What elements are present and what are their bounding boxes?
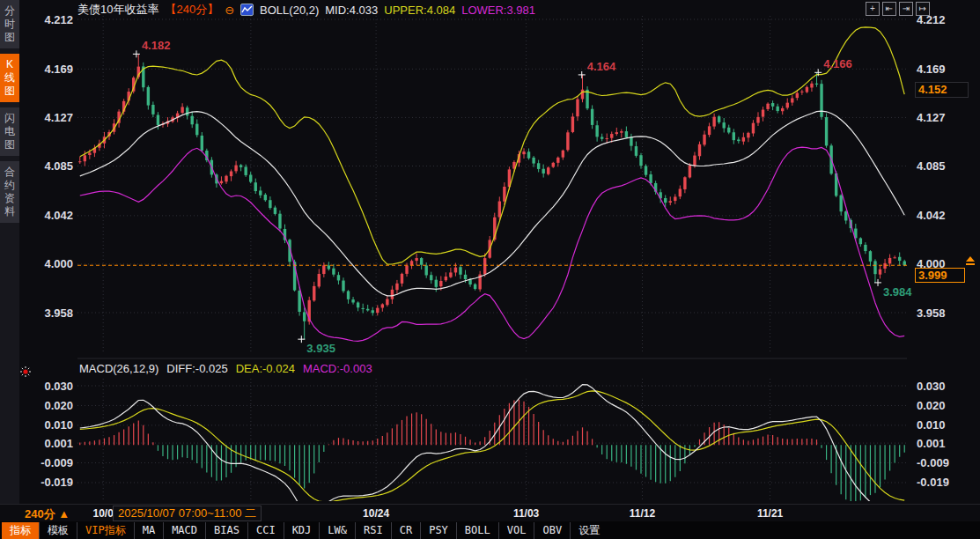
- macd-label: MACD(26,12,9): [79, 362, 158, 375]
- indicator-toolbar: 指标模板VIP指标MAMACDBIASCCIKDJLW&RSICRPSYBOLL…: [0, 521, 980, 539]
- sidebar-tab-闪电图[interactable]: 闪 电 图: [0, 107, 19, 156]
- macd-header: MACD(26,12,9) DIFF:-0.025 DEA:-0.024 MAC…: [79, 362, 372, 375]
- period-badge[interactable]: 240分 ▲: [25, 506, 70, 522]
- macd-dea-value: DEA:-0.024: [236, 362, 295, 375]
- crosshair-tool-icon[interactable]: +: [866, 2, 880, 16]
- macd-axis-label: 0.020: [917, 399, 946, 412]
- y-axis-label: 4.085: [44, 159, 73, 173]
- macd-value: MACD:-0.003: [303, 362, 372, 375]
- price-annotations: 4.1824.1644.1663.9353.984: [133, 39, 912, 355]
- toolbar-item-模板[interactable]: 模板: [39, 522, 77, 539]
- x-axis-row: 240分 ▲ 2025/10/07 07:00~11:00 二 10/0510/…: [0, 504, 980, 522]
- alert-icon[interactable]: [19, 365, 32, 378]
- toolbar-item-指标[interactable]: 指标: [2, 522, 39, 539]
- macd-axis-label: 0.010: [917, 418, 946, 432]
- price-direction-up-icon: [966, 256, 975, 265]
- y-axis-label: 4.169: [917, 63, 946, 76]
- crosshair-marker: [578, 71, 586, 78]
- y-axis-label: 4.127: [44, 111, 73, 124]
- symbol-title: 美债10年收益率: [77, 2, 158, 18]
- toolbar-item-VIP指标[interactable]: VIP指标: [77, 522, 134, 539]
- x-axis-label: 11/12: [630, 507, 655, 520]
- toolbar-item-MA[interactable]: MA: [134, 522, 163, 539]
- boll-mid-value: MID:4.033: [325, 4, 378, 17]
- y-axis-label: 4.127: [917, 111, 946, 124]
- toolbar-item-CR[interactable]: CR: [391, 522, 420, 539]
- macd-axis-label: -0.019: [917, 476, 949, 489]
- annotation-label: 3.984: [883, 285, 912, 299]
- macd-pane: [80, 385, 904, 504]
- y-axis-label: 4.000: [44, 257, 73, 270]
- y-axis-label: 4.042: [44, 209, 73, 222]
- sidebar-tab-分时图[interactable]: 分 时 图: [0, 0, 19, 48]
- chart-tool-icons: +⇤⇥↦: [866, 2, 930, 16]
- y-axis-label: 3.958: [44, 306, 73, 320]
- toolbar-item-settings[interactable]: 设置: [570, 522, 608, 539]
- boll-lower-value: LOWER:3.981: [461, 4, 535, 17]
- toolbar-item-MACD[interactable]: MACD: [163, 522, 205, 539]
- crosshair-marker: [298, 336, 305, 343]
- period-tag: 【240分】: [165, 2, 218, 18]
- bollinger-bands: [80, 27, 904, 342]
- zoom-range-right-icon[interactable]: ⇥: [899, 2, 913, 16]
- chart-type-icon[interactable]: [240, 4, 254, 16]
- boll-upper-value: UPPER:4.084: [384, 4, 455, 17]
- x-axis-label: 10/0: [93, 507, 114, 520]
- macd-axis-label: 0.020: [44, 399, 73, 412]
- x-axis-label: 11/03: [513, 507, 539, 520]
- toolbar-item-OBV[interactable]: OBV: [534, 522, 570, 539]
- candles: [78, 54, 906, 339]
- chart-title-bar: 美债10年收益率 【240分】 ⊖ BOLL(20,2) MID:4.033 U…: [77, 2, 535, 18]
- annotation-label: 3.935: [306, 342, 335, 355]
- sidebar-tab-K线图[interactable]: K 线 图: [0, 54, 19, 102]
- kline-chart-canvas[interactable]: 4.2124.2124.1694.1694.1274.1274.0854.085…: [0, 0, 980, 504]
- x-axis-label: 11/21: [757, 507, 783, 520]
- boll-label: BOLL(20,2): [260, 4, 319, 17]
- toolbar-item-VOL[interactable]: VOL: [498, 522, 534, 539]
- toolbar-item-BIAS[interactable]: BIAS: [205, 522, 247, 539]
- y-axis-label: 3.958: [917, 306, 946, 320]
- collapse-chart-icon[interactable]: ⊖: [225, 4, 234, 16]
- macd-axis-label: 0.030: [917, 380, 946, 393]
- x-axis-label: 10/24: [363, 507, 389, 520]
- grid: [77, 16, 907, 500]
- goto-latest-icon[interactable]: ↦: [916, 2, 930, 16]
- toolbar-item-KDJ[interactable]: KDJ: [284, 522, 320, 539]
- macd-axis-label: -0.009: [41, 456, 73, 469]
- annotation-label: 4.164: [587, 60, 616, 73]
- macd-axis-label: 0.001: [44, 437, 73, 450]
- macd-axis-label: 0.001: [917, 437, 946, 450]
- zoom-range-left-icon[interactable]: ⇤: [882, 2, 896, 16]
- macd-axis-label: 0.010: [44, 418, 73, 432]
- annotation-label: 4.166: [823, 57, 852, 70]
- macd-axis-label: 0.030: [44, 380, 73, 393]
- y-axis-label: 4.212: [44, 13, 73, 26]
- toolbar-item-PSY[interactable]: PSY: [420, 522, 456, 539]
- y-axis-label: 4.169: [44, 63, 73, 76]
- macd-diff-value: DIFF:-0.025: [166, 362, 227, 375]
- current-price-label: 3.999: [915, 268, 965, 283]
- macd-axis-label: -0.009: [917, 456, 949, 469]
- bar-info-tooltip: 2025/10/07 07:00~11:00 二: [113, 506, 262, 521]
- toolbar-item-LW&[interactable]: LW&: [319, 522, 355, 539]
- toolbar-item-RSI[interactable]: RSI: [355, 522, 391, 539]
- macd-axis-label: -0.019: [41, 476, 73, 489]
- annotation-label: 4.182: [142, 39, 171, 52]
- toolbar-item-CCI[interactable]: CCI: [247, 522, 284, 539]
- toolbar-item-BOLL[interactable]: BOLL: [456, 522, 498, 539]
- session-high-price-label: 4.152: [915, 82, 969, 98]
- trading-app-window: 4.2124.2124.1694.1694.1274.1274.0854.085…: [0, 0, 980, 539]
- sidebar-tab-合约资料[interactable]: 合 约 资 料: [0, 161, 19, 223]
- y-axis-label: 4.085: [917, 159, 946, 173]
- y-axis-label: 4.042: [917, 209, 946, 222]
- sidebar: 分 时 图K 线 图闪 电 图合 约 资 料: [0, 0, 19, 504]
